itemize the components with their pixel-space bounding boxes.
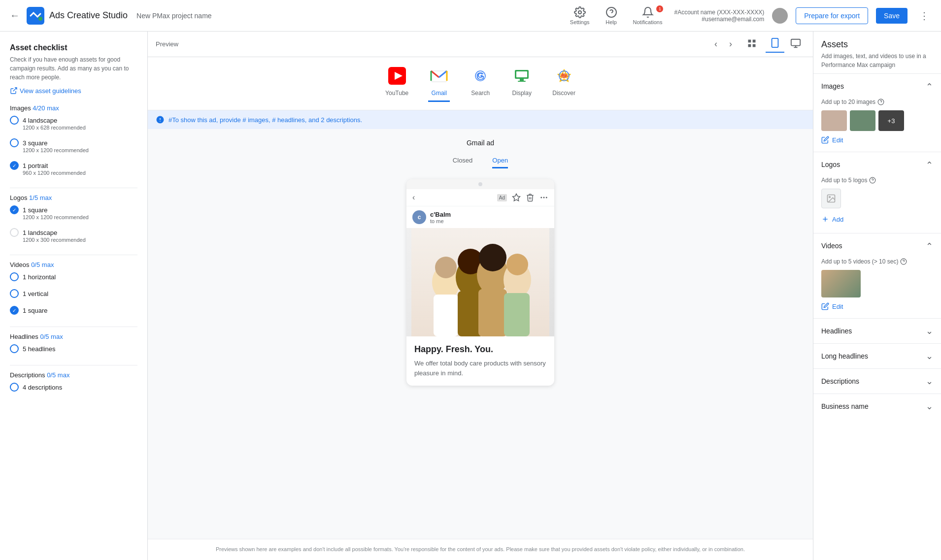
ad-headline: Happy. Fresh. You. — [414, 344, 546, 355]
open-tab[interactable]: Open — [492, 157, 508, 168]
images-asset-section: Images ⌄ Add up to 20 images +3 Edi — [813, 73, 941, 152]
horizontal-video-status-icon — [10, 272, 19, 281]
tab-display[interactable]: Display — [511, 65, 533, 102]
preview-label: Preview — [156, 40, 706, 48]
headlines-status-icon — [10, 344, 19, 353]
logos-add-button[interactable]: Add — [821, 213, 843, 225]
logos-section-header[interactable]: Logos ⌄ — [813, 152, 941, 177]
ad-body-text: We offer total body care products with s… — [414, 359, 546, 378]
ad-badge: Ad — [497, 194, 507, 201]
ad-image — [406, 228, 554, 336]
closed-tab[interactable]: Closed — [453, 157, 472, 168]
svg-point-44 — [479, 244, 506, 271]
square-image-item: 3 square 1200 x 1200 recommended — [10, 138, 137, 157]
help-button[interactable]: Help — [602, 4, 621, 27]
view-guidelines-link[interactable]: View asset guidelines — [10, 87, 137, 95]
notifications-icon — [642, 6, 654, 18]
long-headlines-section-header[interactable]: Long headlines ⌄ — [813, 344, 941, 368]
videos-section-header[interactable]: Videos ⌄ — [813, 233, 941, 258]
square-logo-status-icon — [10, 205, 19, 214]
logo-placeholder — [821, 189, 841, 208]
images-section-header[interactable]: Images ⌄ — [813, 74, 941, 99]
back-button[interactable]: ← — [8, 8, 22, 23]
next-button[interactable]: › — [725, 37, 736, 51]
notifications-button[interactable]: 1 Notifications — [629, 4, 667, 27]
images-section-content: Add up to 20 images +3 Edit — [813, 99, 941, 152]
mobile-icon — [770, 37, 780, 48]
project-name: New PMax project name — [136, 12, 212, 20]
landscape-logo-status-icon — [10, 228, 19, 237]
landscape-item: 4 landscape 1200 x 628 recommended — [10, 116, 137, 134]
preview-content: Gmail ad Closed Open ‹ Ad — [148, 129, 813, 539]
headlines-chevron-icon: ⌄ — [926, 326, 933, 336]
tab-search[interactable]: G G Search — [470, 65, 491, 102]
videos-help-icon — [900, 258, 907, 265]
landscape-label: 4 landscape — [23, 117, 57, 124]
youtube-icon — [386, 65, 408, 87]
videos-section-content: Add up to 5 videos (> 10 sec) Edit — [813, 258, 941, 318]
portrait-item: 1 portrait 960 x 1200 recommended — [10, 161, 137, 180]
back-ad-button[interactable]: ‹ — [412, 193, 415, 202]
tab-gmail[interactable]: Gmail — [428, 65, 450, 102]
edit-icon — [821, 136, 829, 144]
main-container: Asset checklist Check if you have enough… — [0, 32, 941, 560]
images-header: Images 4/20 max — [10, 104, 137, 112]
videos-header: Videos 0/5 max — [10, 261, 137, 268]
square-video-label: 1 square — [23, 307, 48, 314]
prepare-for-export-button[interactable]: Prepare for export — [796, 7, 868, 24]
grid-view-button[interactable] — [744, 36, 760, 52]
notifications-label: Notifications — [633, 19, 663, 25]
svg-point-38 — [435, 257, 457, 278]
svg-rect-23 — [516, 71, 527, 77]
svg-rect-24 — [520, 79, 524, 81]
svg-point-32 — [540, 197, 542, 198]
youtube-tab-label: YouTube — [385, 90, 408, 97]
images-chevron-icon: ⌄ — [926, 81, 933, 92]
channel-tabs: YouTube Gmail — [148, 57, 813, 110]
landscape-sub: 1200 x 628 recommended — [23, 125, 137, 131]
headlines-section-header[interactable]: Headlines ⌄ — [813, 319, 941, 343]
images-edit-button[interactable]: Edit — [821, 136, 843, 144]
desktop-view-button[interactable] — [786, 35, 805, 53]
headlines-item: 5 headlines — [10, 344, 137, 357]
logos-subtitle: Add up to 5 logos — [821, 177, 933, 184]
display-channel-icon — [511, 65, 533, 87]
descriptions-chevron-icon: ⌄ — [926, 376, 933, 387]
search-tab-label: Search — [471, 90, 490, 97]
tab-discover[interactable]: Discover — [552, 65, 575, 102]
logos-section-title: Logos — [821, 161, 840, 168]
more-ad-icon — [539, 193, 548, 202]
portrait-status-icon — [10, 161, 19, 170]
account-info: #Account name (XXX-XXX-XXXX) #username@e… — [674, 9, 764, 23]
prev-button[interactable]: ‹ — [710, 37, 721, 51]
sender-avatar: c — [412, 210, 426, 224]
mobile-view-button[interactable] — [766, 35, 784, 53]
assets-header: Assets Add images, text, and videos to u… — [813, 32, 941, 73]
notification-badge: 1 — [656, 5, 663, 12]
discover-channel-icon — [553, 65, 575, 87]
more-options-button[interactable]: ⋮ — [915, 8, 933, 24]
tab-youtube[interactable]: YouTube — [385, 65, 408, 102]
videos-edit-button[interactable]: Edit — [821, 302, 843, 310]
app-logo-icon — [27, 7, 44, 25]
settings-button[interactable]: Settings — [566, 4, 594, 27]
business-name-section-header[interactable]: Business name ⌄ — [813, 394, 941, 419]
svg-point-51 — [829, 197, 831, 198]
account-name: #Account name (XXX-XXX-XXXX) — [674, 9, 764, 16]
headlines-count: 0/5 max — [40, 333, 63, 340]
images-count: 4/20 max — [33, 104, 59, 112]
logos-section-content: Add up to 5 logos Add — [813, 177, 941, 233]
image-thumb-count: +3 — [878, 110, 904, 131]
info-banner: #To show this ad, provide # images, # he… — [148, 110, 813, 129]
business-name-section-title: Business name — [821, 402, 869, 410]
vertical-video-item: 1 vertical — [10, 289, 137, 302]
videos-subtitle: Add up to 5 videos (> 10 sec) — [821, 258, 933, 265]
logos-asset-section: Logos ⌄ Add up to 5 logos Add — [813, 152, 941, 233]
svg-point-2 — [578, 11, 581, 14]
descriptions-label: 4 descriptions — [23, 384, 62, 391]
long-headlines-asset-section: Long headlines ⌄ — [813, 343, 941, 368]
square-image-status-icon — [10, 138, 19, 147]
save-button[interactable]: Save — [876, 8, 907, 24]
svg-rect-4 — [748, 40, 751, 43]
descriptions-section-header[interactable]: Descriptions ⌄ — [813, 369, 941, 394]
